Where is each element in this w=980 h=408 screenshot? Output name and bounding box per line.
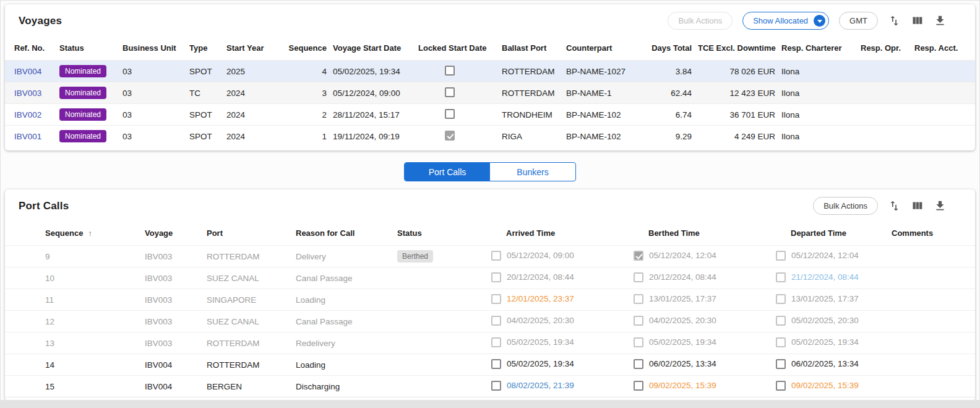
tab-bunkers[interactable]: Bunkers (490, 163, 575, 181)
locked-start-date-checkbox[interactable] (445, 66, 455, 76)
departed-time-checkbox[interactable] (776, 337, 786, 347)
departed-time-checkbox[interactable] (776, 381, 786, 391)
arrived-time-checkbox[interactable] (491, 316, 501, 326)
voyages-bulk-actions-button[interactable]: Bulk Actions (668, 12, 733, 30)
portcalls-column-header[interactable]: Status (397, 220, 491, 246)
voyage-ref-link[interactable]: IBV002 (14, 110, 41, 119)
sort-icon[interactable] (888, 14, 901, 27)
voyages-column-header[interactable]: Counterpart (566, 35, 641, 61)
voyage-ref-link[interactable]: IBV004 (14, 67, 41, 76)
port-call-row[interactable]: 15IBV004BERGENDischarging08/02/2025, 21:… (5, 376, 975, 397)
departed-time-checkbox[interactable] (776, 316, 786, 326)
port-call-row[interactable]: 10IBV003SUEZ CANALCanal Passage20/12/202… (5, 267, 975, 289)
arrived-time-field: 04/02/2025, 20:30 (491, 316, 574, 326)
sort-icon[interactable] (888, 199, 901, 212)
locked-start-date-checkbox[interactable] (445, 87, 455, 97)
voyage-row[interactable]: IBV001Nominated03SPOT2024119/11/2024, 09… (5, 126, 975, 147)
portcalls-column-header[interactable]: Sequence↑ (5, 220, 145, 246)
departed-time-checkbox[interactable] (776, 294, 786, 304)
portcalls-column-header[interactable]: Arrived Time (491, 220, 634, 246)
berthed-time-checkbox[interactable] (634, 272, 643, 282)
voyage-cell-resp-acct (914, 61, 975, 82)
voyage-ref-link[interactable]: IBV003 (14, 89, 41, 98)
sort-ascending-icon[interactable]: ↑ (88, 228, 92, 238)
voyage-row[interactable]: IBV004Nominated03SPOT2025405/02/2025, 19… (5, 61, 975, 82)
berthed-time-checkbox[interactable] (634, 294, 643, 304)
portcalls-column-header[interactable]: Berthed Time (634, 220, 776, 246)
arrived-time-field: 08/02/2025, 21:39 (491, 381, 574, 391)
port-call-berthed-cell: 13/01/2025, 17:37 (634, 289, 776, 311)
columns-icon[interactable] (911, 14, 924, 27)
portcalls-header-row: Sequence↑VoyagePortReason for CallStatus… (5, 220, 975, 246)
departed-time-checkbox[interactable] (776, 272, 786, 282)
show-allocated-label: Show Allocated (753, 16, 808, 25)
voyages-column-header[interactable]: Resp. Acct. (914, 35, 975, 61)
berthed-time-checkbox[interactable] (634, 337, 643, 347)
departed-time-checkbox[interactable] (776, 359, 786, 369)
port-call-cell-sequence: 9 (5, 246, 145, 267)
voyages-column-header[interactable]: Voyage Start Date (333, 35, 418, 61)
port-call-comments-cell (887, 332, 975, 354)
arrived-time-checkbox[interactable] (491, 359, 501, 369)
columns-icon[interactable] (911, 199, 924, 212)
arrived-time-checkbox[interactable] (491, 272, 501, 282)
port-calls-bulk-actions-button[interactable]: Bulk Actions (813, 197, 878, 215)
port-call-arrived-cell: 12/01/2025, 23:37 (491, 289, 634, 311)
voyages-column-header[interactable]: Ballast Port (502, 35, 566, 61)
portcalls-column-header[interactable]: Departed Time (776, 220, 887, 246)
port-call-cell-voyage: IBV003 (145, 246, 207, 267)
berthed-time-checkbox[interactable] (634, 251, 643, 261)
voyages-column-header[interactable]: Type (189, 35, 226, 61)
voyage-ref-link[interactable]: IBV001 (14, 132, 41, 141)
arrived-time-value: 08/02/2025, 21:39 (507, 381, 574, 390)
port-call-cell-voyage: IBV004 (145, 376, 207, 397)
port-call-row[interactable]: 12IBV003SUEZ CANALCanal Passage04/02/202… (5, 311, 975, 332)
voyages-column-header[interactable]: Sequence (281, 35, 333, 61)
departed-time-value: 21/12/2024, 08:44 (791, 272, 859, 282)
voyage-cell-counterpart: BP-NAME-102 (566, 104, 641, 126)
port-call-cell-port: ROTTERDAM (207, 332, 296, 354)
voyages-column-header[interactable]: Resp. Opr. (861, 35, 914, 61)
arrived-time-checkbox[interactable] (491, 337, 501, 347)
port-call-comments-cell (887, 311, 975, 332)
voyage-cell-type: SPOT (189, 61, 226, 82)
port-call-row[interactable]: 14IBV004ROTTERDAMLoading05/02/2025, 19:3… (5, 354, 975, 376)
voyage-locked-cell (418, 126, 502, 147)
tab-port-calls[interactable]: Port Calls (405, 163, 490, 181)
port-call-row[interactable]: 9IBV003ROTTERDAMDeliveryBerthed05/12/202… (5, 246, 975, 267)
voyages-column-header[interactable]: Days Total (641, 35, 698, 61)
portcalls-column-header[interactable]: Port (207, 220, 296, 246)
voyage-cell-counterpart: BP-NAME-1 (566, 82, 641, 104)
voyages-column-header[interactable]: Status (59, 35, 123, 61)
voyages-column-header[interactable]: Ref. No. (5, 35, 59, 61)
download-icon[interactable] (934, 199, 947, 212)
arrived-time-checkbox[interactable] (491, 294, 501, 304)
voyages-column-header[interactable]: Business Unit (123, 35, 189, 61)
voyage-cell-ballast-port: RIGA (502, 126, 566, 147)
berthed-time-checkbox[interactable] (634, 359, 643, 369)
portcalls-column-header[interactable]: Comments (887, 220, 975, 246)
show-allocated-dropdown[interactable]: Show Allocated (742, 12, 829, 30)
voyage-cell-voyage-start-date: 28/11/2024, 15:17 (333, 104, 418, 126)
port-call-row[interactable]: 13IBV003ROTTERDAMRedelivery05/02/2025, 1… (5, 332, 975, 354)
berthed-time-checkbox[interactable] (634, 316, 643, 326)
voyages-column-header[interactable]: Locked Start Date (418, 35, 502, 61)
voyages-column-header[interactable]: Start Year (226, 35, 281, 61)
arrived-time-checkbox[interactable] (491, 251, 501, 261)
locked-start-date-checkbox[interactable] (445, 131, 455, 141)
voyages-column-header[interactable]: TCE Excl. Downtime (698, 35, 781, 61)
voyage-status-badge: Nominated (59, 87, 106, 99)
berthed-time-checkbox[interactable] (634, 381, 643, 391)
departed-time-checkbox[interactable] (776, 251, 786, 261)
port-call-cell-reason: Discharging (296, 376, 397, 397)
voyage-row[interactable]: IBV003Nominated03TC2024305/12/2024, 09:0… (5, 82, 975, 104)
port-call-row[interactable]: 11IBV003SINGAPORELoading12/01/2025, 23:3… (5, 289, 975, 311)
voyage-row[interactable]: IBV002Nominated03SPOT2024228/11/2024, 15… (5, 104, 975, 126)
download-icon[interactable] (934, 14, 947, 27)
portcalls-column-header[interactable]: Voyage (145, 220, 207, 246)
locked-start-date-checkbox[interactable] (445, 109, 455, 119)
gmt-button[interactable]: GMT (839, 12, 878, 30)
portcalls-column-header[interactable]: Reason for Call (296, 220, 397, 246)
voyages-column-header[interactable]: Resp. Charterer (781, 35, 861, 61)
arrived-time-checkbox[interactable] (491, 381, 501, 391)
